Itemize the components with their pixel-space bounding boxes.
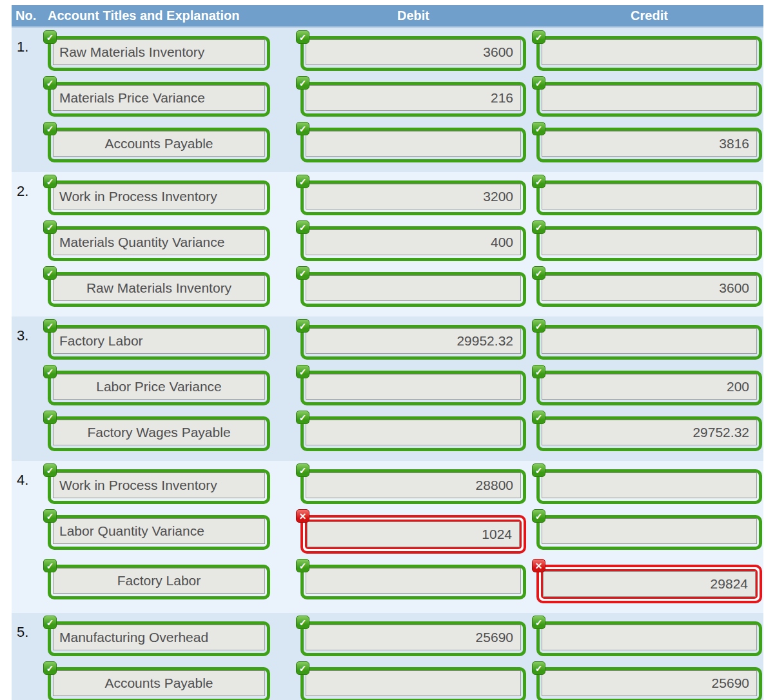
- credit-correct-outline: [536, 36, 762, 71]
- debit-input[interactable]: [306, 420, 521, 445]
- entry-block-2: 2.✓Work in Process Inventory✓3200✓✓Mater…: [12, 172, 763, 316]
- entry-number: 4.: [12, 469, 48, 489]
- debit-input[interactable]: 1024: [307, 521, 520, 547]
- account-input[interactable]: Work in Process Inventory: [53, 472, 265, 498]
- account-cell: ✓Labor Quantity Variance: [48, 515, 270, 550]
- debit-fieldwrap: ✓29952.32: [300, 325, 526, 360]
- debit-input[interactable]: [306, 670, 521, 696]
- account-fieldwrap: ✓Accounts Payable: [48, 128, 270, 162]
- account-cell: ✓Work in Process Inventory: [48, 180, 270, 215]
- credit-input[interactable]: [542, 229, 757, 255]
- credit-input[interactable]: [542, 518, 757, 544]
- journal-row: ✓Accounts Payable✓✓3816: [12, 128, 763, 162]
- correct-check-icon: ✓: [532, 661, 545, 675]
- credit-fieldwrap: ✓: [536, 325, 762, 360]
- credit-input[interactable]: 3816: [542, 131, 757, 157]
- credit-input[interactable]: [542, 328, 757, 354]
- debit-input[interactable]: 29952.32: [306, 328, 521, 354]
- credit-correct-outline: 200: [536, 371, 762, 405]
- entry-block-1: 1.✓Raw Materials Inventory✓3600✓✓Materia…: [12, 28, 763, 172]
- correct-check-icon: ✓: [296, 30, 309, 44]
- debit-correct-outline: 28800: [300, 469, 526, 504]
- account-fieldwrap: ✓Factory Labor: [48, 325, 270, 360]
- credit-cell: ✓200: [536, 371, 762, 405]
- correct-check-icon: ✓: [296, 463, 309, 477]
- header-account-titles: Account Titles and Explanation: [48, 8, 270, 23]
- entry-number: [12, 515, 48, 518]
- debit-input[interactable]: [306, 275, 521, 301]
- credit-cell: ✓3600: [536, 272, 762, 307]
- credit-input[interactable]: [542, 472, 757, 498]
- correct-check-icon: ✓: [43, 30, 57, 44]
- debit-cell: ✓3200: [300, 180, 526, 215]
- debit-input[interactable]: 28800: [306, 472, 521, 498]
- account-input[interactable]: Labor Price Variance: [53, 374, 265, 400]
- credit-input[interactable]: [542, 184, 757, 209]
- debit-correct-outline: 3200: [300, 180, 526, 215]
- debit-correct-outline: [300, 416, 526, 451]
- account-correct-outline: Labor Quantity Variance: [48, 515, 270, 550]
- credit-input[interactable]: [542, 625, 757, 650]
- correct-check-icon: ✓: [532, 122, 545, 135]
- credit-cell: ✓29752.32: [536, 416, 762, 451]
- correct-check-icon: ✓: [43, 266, 57, 280]
- journal-row: ✓Labor Quantity Variance✕1024✓: [12, 515, 763, 554]
- account-input[interactable]: Materials Price Variance: [53, 85, 265, 111]
- debit-input[interactable]: 3200: [306, 184, 521, 209]
- entry-number: [12, 565, 48, 567]
- credit-cell: ✓: [536, 36, 762, 71]
- correct-check-icon: ✓: [296, 411, 309, 424]
- account-input[interactable]: Accounts Payable: [53, 670, 265, 696]
- debit-input[interactable]: 3600: [306, 39, 521, 65]
- account-input[interactable]: Materials Quantity Variance: [53, 229, 265, 255]
- debit-input[interactable]: [306, 568, 521, 594]
- account-cell: ✓Accounts Payable: [48, 128, 270, 162]
- journal-row: ✓Factory Wages Payable✓✓29752.32: [12, 416, 763, 451]
- debit-input[interactable]: [306, 374, 521, 400]
- correct-check-icon: ✓: [532, 463, 545, 477]
- correct-check-icon: ✓: [43, 175, 57, 188]
- account-cell: ✓Materials Quantity Variance: [48, 226, 270, 261]
- credit-cell: ✓: [536, 621, 762, 656]
- account-input[interactable]: Factory Labor: [53, 568, 265, 594]
- credit-fieldwrap: ✓3600: [536, 272, 762, 307]
- debit-input[interactable]: [306, 131, 521, 157]
- account-fieldwrap: ✓Labor Price Variance: [48, 371, 270, 405]
- entry-number: [12, 226, 48, 229]
- account-input[interactable]: Raw Materials Inventory: [53, 275, 265, 301]
- credit-input[interactable]: [542, 85, 757, 111]
- account-input[interactable]: Work in Process Inventory: [53, 184, 265, 209]
- credit-input[interactable]: 25690: [542, 670, 757, 696]
- account-input[interactable]: Factory Labor: [53, 328, 265, 354]
- journal-row: 1.✓Raw Materials Inventory✓3600✓: [12, 36, 763, 71]
- account-correct-outline: Materials Quantity Variance: [48, 226, 270, 261]
- credit-cell: ✓: [536, 82, 762, 117]
- credit-input[interactable]: 29824: [543, 571, 756, 597]
- debit-input[interactable]: 216: [306, 85, 521, 111]
- correct-check-icon: ✓: [43, 122, 57, 135]
- account-input[interactable]: Accounts Payable: [53, 131, 265, 157]
- account-correct-outline: Work in Process Inventory: [48, 180, 270, 215]
- credit-input[interactable]: 29752.32: [542, 420, 757, 445]
- account-correct-outline: Labor Price Variance: [48, 371, 270, 405]
- correct-check-icon: ✓: [43, 509, 57, 523]
- account-cell: ✓Factory Labor: [48, 325, 270, 360]
- correct-check-icon: ✓: [43, 411, 57, 424]
- correct-check-icon: ✓: [296, 266, 309, 280]
- account-input[interactable]: Factory Wages Payable: [53, 420, 265, 445]
- incorrect-x-icon: ✕: [532, 559, 545, 572]
- account-input[interactable]: Manufacturing Overhead: [53, 625, 265, 650]
- incorrect-x-icon: ✕: [296, 509, 309, 523]
- account-input[interactable]: Labor Quantity Variance: [53, 518, 265, 544]
- entry-block-3: 3.✓Factory Labor✓29952.32✓✓Labor Price V…: [12, 316, 763, 461]
- debit-input[interactable]: 25690: [306, 625, 521, 650]
- credit-input[interactable]: 3600: [542, 275, 757, 301]
- debit-cell: ✓: [300, 416, 526, 451]
- correct-check-icon: ✓: [296, 616, 309, 629]
- credit-input[interactable]: 200: [542, 374, 757, 400]
- debit-cell: ✓: [300, 565, 526, 599]
- credit-input[interactable]: [542, 39, 757, 65]
- account-input[interactable]: Raw Materials Inventory: [53, 39, 265, 65]
- correct-check-icon: ✓: [43, 661, 57, 675]
- debit-input[interactable]: 400: [306, 229, 521, 255]
